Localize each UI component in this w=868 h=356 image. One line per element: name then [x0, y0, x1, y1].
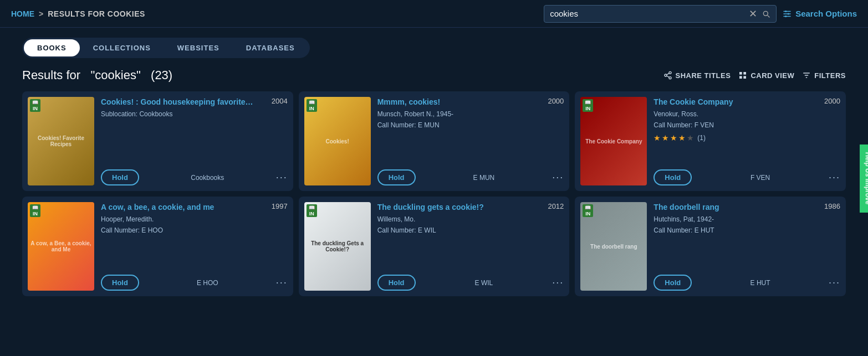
in-badge-1: 📖 IN — [30, 99, 40, 112]
more-button-3[interactable]: ··· — [829, 172, 840, 183]
help-us-improve-tab[interactable]: Help Us Improve — [860, 144, 868, 212]
svg-rect-14 — [744, 76, 747, 79]
book-title-3[interactable]: The Cookie Company — [653, 97, 824, 107]
tabs-container: BOOKS COLLECTIONS WEBSITES DATABASES — [0, 28, 868, 58]
card-top-row-1: Cookies! : Good housekeeping favorite… 2… — [101, 97, 288, 107]
card-top-row-6: The doorbell rang 1986 — [653, 202, 840, 212]
book-card-1: Cookies! Favorite Recipes 📖 IN Cookies! … — [22, 91, 293, 191]
hold-button-3[interactable]: Hold — [653, 169, 692, 185]
svg-rect-12 — [744, 72, 747, 75]
in-badge-4: 📖 IN — [30, 204, 40, 217]
search-icons: ✕ — [749, 8, 770, 20]
in-label-4: IN — [33, 211, 38, 216]
card-footer-1: Hold Cookbooks ··· — [101, 165, 288, 185]
more-button-4[interactable]: ··· — [276, 277, 288, 288]
tab-books[interactable]: BOOKS — [24, 39, 80, 56]
more-button-2[interactable]: ··· — [552, 172, 564, 183]
book-content-3: The Cookie Company 2000 Venokur, Ross. C… — [653, 97, 840, 185]
book-author-3: Venokur, Ross. — [653, 110, 840, 118]
book-callnum-5: Call Number: E WIL — [377, 226, 564, 234]
card-footer-2: Hold E MUN ··· — [377, 165, 564, 185]
hold-button-1[interactable]: Hold — [101, 169, 139, 185]
share-titles-label: SHARE TITLES — [676, 71, 731, 80]
search-area: ✕ Search Options — [544, 5, 857, 23]
svg-line-9 — [666, 76, 669, 78]
book-location-3: F VEN — [750, 174, 770, 182]
book-callnum-3: Call Number: F VEN — [653, 121, 840, 129]
book-icon-small-3: 📖 — [585, 100, 591, 105]
book-location-1: Cookbooks — [191, 174, 224, 182]
hold-button-6[interactable]: Hold — [653, 275, 692, 291]
book-location-5: E WIL — [475, 279, 493, 287]
book-thumbnail-5: The duckling Gets a Cookie!? 📖 IN — [304, 202, 371, 291]
svg-rect-13 — [739, 76, 742, 79]
book-content-5: The duckling gets a cookie!? 2012 Willem… — [377, 202, 564, 291]
book-title-1[interactable]: Cookies! : Good housekeeping favorite… — [101, 97, 272, 107]
review-count-3: (1) — [697, 134, 706, 142]
book-sublocation-1: Sublocation: Cookbooks — [101, 110, 288, 118]
book-card-4: A cow, a Bee, a cookie, and Me 📖 IN A co… — [22, 197, 293, 296]
book-year-3: 2000 — [824, 97, 840, 105]
book-content-2: Mmmm, cookies! 2000 Munsch, Robert N., 1… — [377, 97, 564, 185]
svg-rect-11 — [739, 72, 742, 75]
hold-button-5[interactable]: Hold — [377, 275, 416, 291]
book-title-4[interactable]: A cow, a bee, a cookie, and me — [101, 202, 272, 212]
tab-collections[interactable]: COLLECTIONS — [80, 39, 164, 56]
breadcrumb-home[interactable]: HOME — [11, 9, 34, 18]
book-content-4: A cow, a bee, a cookie, and me 1997 Hoop… — [101, 202, 288, 291]
star-1: ★ — [653, 133, 661, 142]
in-label-5: IN — [309, 211, 314, 216]
book-year-2: 2000 — [548, 97, 564, 105]
svg-point-3 — [785, 11, 787, 12]
search-options-label: Search Options — [795, 9, 857, 18]
in-label-3: IN — [585, 106, 590, 111]
hold-button-4[interactable]: Hold — [101, 275, 139, 291]
card-footer-4: Hold E HOO ··· — [101, 270, 288, 291]
star-5: ★ — [687, 133, 694, 142]
search-options-button[interactable]: Search Options — [782, 9, 857, 19]
book-callnum-4: Call Number: E HOO — [101, 226, 288, 234]
in-badge-3: 📖 IN — [583, 99, 593, 112]
book-content-6: The doorbell rang 1986 Hutchins, Pat, 19… — [653, 202, 840, 291]
book-location-6: E HUT — [750, 279, 770, 287]
card-top-row-4: A cow, a bee, a cookie, and me 1997 — [101, 202, 288, 212]
book-title-2[interactable]: Mmmm, cookies! — [377, 97, 548, 107]
breadcrumb: HOME > RESULTS FOR COOKIES — [11, 9, 145, 18]
book-thumbnail-3: The Cookie Company 📖 IN — [580, 97, 647, 185]
card-top-row-3: The Cookie Company 2000 — [653, 97, 840, 107]
book-thumbnail-4: A cow, a Bee, a cookie, and Me 📖 IN — [28, 202, 94, 291]
search-input[interactable] — [550, 9, 749, 18]
book-icon-small-6: 📖 — [585, 205, 591, 210]
star-2: ★ — [662, 133, 669, 142]
book-author-4: Hooper, Meredith. — [101, 215, 288, 223]
card-top-row-5: The duckling gets a cookie!? 2012 — [377, 202, 564, 212]
card-footer-5: Hold E WIL ··· — [377, 270, 564, 291]
book-location-4: E HOO — [197, 279, 218, 287]
hold-button-2[interactable]: Hold — [377, 169, 416, 185]
book-year-1: 2004 — [272, 97, 288, 105]
more-button-5[interactable]: ··· — [552, 277, 564, 288]
search-icon[interactable] — [762, 9, 770, 19]
book-location-2: E MUN — [473, 174, 495, 182]
share-titles-button[interactable]: SHARE TITLES — [663, 71, 731, 80]
book-callnum-6: Call Number: E HUT — [653, 226, 840, 234]
tab-databases[interactable]: DATABASES — [233, 39, 308, 56]
more-button-6[interactable]: ··· — [829, 277, 840, 288]
results-query: "cookies" — [91, 68, 141, 82]
clear-icon[interactable]: ✕ — [749, 8, 757, 20]
book-year-5: 2012 — [548, 202, 564, 210]
card-view-button[interactable]: CARD VIEW — [738, 71, 794, 80]
filters-button[interactable]: FILTERS — [802, 71, 846, 80]
results-prefix: Results for — [22, 68, 80, 82]
card-view-label: CARD VIEW — [750, 71, 794, 80]
book-title-5[interactable]: The duckling gets a cookie!? — [377, 202, 548, 212]
svg-point-4 — [788, 13, 789, 14]
tabs: BOOKS COLLECTIONS WEBSITES DATABASES — [22, 38, 310, 58]
book-title-6[interactable]: The doorbell rang — [653, 202, 824, 212]
svg-point-5 — [785, 16, 787, 17]
search-box-container: ✕ — [544, 5, 777, 23]
in-badge-5: 📖 IN — [307, 204, 317, 217]
book-year-4: 1997 — [272, 202, 288, 210]
more-button-1[interactable]: ··· — [276, 172, 288, 183]
tab-websites[interactable]: WEBSITES — [164, 39, 233, 56]
